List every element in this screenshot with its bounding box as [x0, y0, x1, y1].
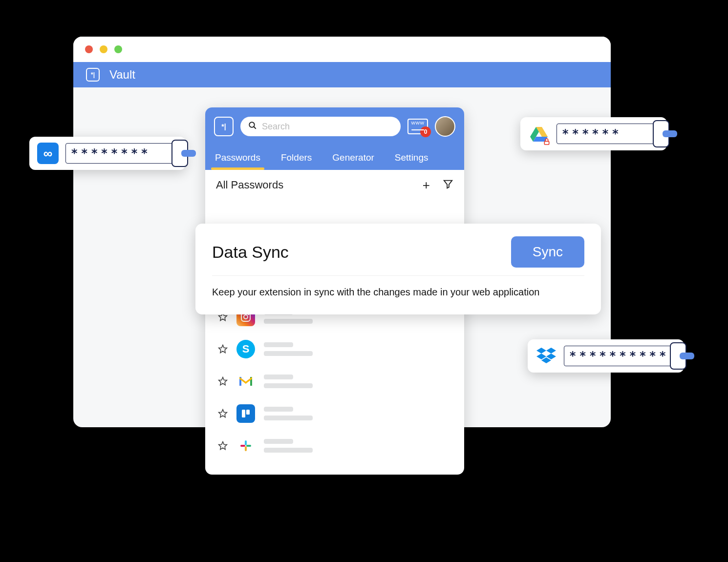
svg-marker-21 — [536, 348, 546, 354]
password-pill-top-right: ****** — [520, 117, 667, 150]
svg-line-1 — [254, 126, 256, 129]
svg-rect-15 — [245, 446, 247, 451]
close-icon[interactable] — [85, 45, 93, 53]
phone-icon — [670, 342, 686, 370]
skype-icon: S — [236, 340, 255, 358]
svg-marker-7 — [219, 377, 227, 385]
svg-point-0 — [249, 122, 255, 127]
section-title: All Passwords — [216, 179, 283, 191]
vault-logo-icon: *| — [214, 117, 234, 136]
svg-rect-13 — [245, 440, 247, 445]
tab-generator[interactable]: Generator — [331, 147, 375, 170]
phone-icon — [171, 140, 188, 167]
svg-rect-14 — [246, 445, 251, 447]
password-pill-left: ∞ ******** — [29, 137, 186, 170]
sync-button[interactable]: Sync — [511, 236, 584, 268]
www-icon[interactable]: 0 — [407, 119, 428, 134]
svg-rect-11 — [246, 410, 250, 415]
svg-marker-6 — [219, 345, 227, 353]
dropbox-icon — [535, 345, 557, 367]
search-icon — [248, 121, 257, 132]
svg-marker-22 — [546, 348, 556, 354]
gmail-icon — [236, 372, 255, 391]
sync-description: Keep your extension in sync with the cha… — [212, 287, 584, 298]
svg-rect-20 — [544, 141, 549, 145]
star-icon[interactable] — [218, 409, 228, 418]
infinity-icon: ∞ — [37, 143, 59, 164]
tab-passwords[interactable]: Passwords — [214, 147, 261, 170]
minimize-icon[interactable] — [100, 45, 107, 53]
masked-password: ********** — [564, 346, 676, 366]
list-item[interactable] — [215, 365, 454, 397]
vault-logo-icon: *| — [86, 68, 100, 82]
svg-marker-12 — [219, 442, 227, 450]
list-item[interactable]: S — [215, 333, 454, 365]
app-header: *| Vault — [73, 62, 611, 87]
lock-icon — [543, 138, 551, 146]
slack-icon — [236, 437, 255, 455]
svg-rect-16 — [240, 445, 245, 447]
sync-title: Data Sync — [212, 243, 289, 262]
svg-marker-8 — [219, 410, 227, 417]
masked-password: ******** — [65, 143, 178, 164]
phone-icon — [653, 120, 669, 147]
drive-icon — [528, 123, 550, 145]
star-icon[interactable] — [218, 344, 228, 354]
password-pill-bottom-right: ********** — [528, 339, 684, 373]
masked-password: ****** — [557, 124, 659, 144]
app-title: Vault — [109, 68, 135, 82]
list-item[interactable] — [215, 397, 454, 430]
window-chrome — [73, 37, 611, 62]
star-icon[interactable] — [218, 376, 228, 386]
tab-settings[interactable]: Settings — [394, 147, 429, 170]
svg-rect-10 — [242, 410, 245, 417]
tab-folders[interactable]: Folders — [280, 147, 313, 170]
maximize-icon[interactable] — [114, 45, 122, 53]
funnel-icon[interactable] — [443, 179, 453, 191]
plus-icon[interactable]: + — [423, 179, 430, 191]
list-item[interactable] — [215, 430, 454, 462]
star-icon[interactable] — [218, 441, 228, 451]
avatar[interactable] — [435, 116, 455, 137]
search-input[interactable] — [240, 117, 401, 136]
trello-icon — [236, 404, 255, 423]
data-sync-card: Data Sync Sync Keep your extension in sy… — [195, 224, 601, 314]
svg-point-4 — [244, 315, 248, 319]
section-header: All Passwords + — [205, 170, 464, 200]
tab-bar: Passwords Folders Generator Settings — [214, 147, 455, 170]
search-field[interactable] — [262, 122, 393, 132]
password-list: S — [205, 298, 464, 475]
notification-badge: 0 — [420, 126, 431, 137]
